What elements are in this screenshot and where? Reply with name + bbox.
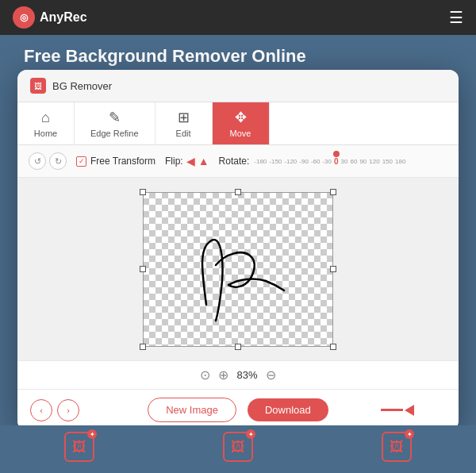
download-button[interactable]: Download <box>248 398 328 421</box>
undo-button[interactable]: ↺ <box>29 152 46 170</box>
tab-home-label: Home <box>34 129 57 138</box>
prev-button[interactable]: ‹ <box>30 399 52 421</box>
action-bar: ‹ › New Image Download <box>17 389 459 430</box>
bottom-icon-1: 🖼 ✦ <box>64 432 94 462</box>
handle-bottom-right[interactable] <box>330 344 336 350</box>
modal-header: 🖼 BG Remover <box>17 70 459 102</box>
controls-bar: ↺ ↻ Free Transform Flip: ◀ ▲ Rotate: -18… <box>17 145 459 178</box>
rotate-label: Rotate: <box>219 156 250 167</box>
undo-redo-group: ↺ ↻ <box>29 152 67 170</box>
image-canvas[interactable] <box>143 192 333 347</box>
icon-badge-2: ✦ <box>246 429 255 439</box>
bottom-icon-2: 🖼 ✦ <box>223 432 253 462</box>
rotate-section: Rotate: -180-150-120-90-60-30 0 30609012… <box>219 150 447 172</box>
zoom-bar: ⊙ ⊕ 83% ⊖ <box>17 360 459 389</box>
modal-header-icon: 🖼 <box>30 78 46 94</box>
handle-left-mid[interactable] <box>140 266 146 272</box>
logo-icon: ◎ <box>13 6 35 29</box>
signature-svg <box>159 210 317 329</box>
page-heading-area: Free Background Remover Online <box>0 35 476 75</box>
tab-edge-refine-label: Edge Refine <box>90 129 139 138</box>
bottom-icon-box-2: 🖼 ✦ <box>223 432 253 462</box>
arrow-shaft <box>381 409 403 411</box>
page-title: Free Background Remover Online <box>24 46 452 67</box>
download-arrow-indicator <box>381 405 414 416</box>
toolbar-tabs: ⌂ Home ✎ Edge Refine ⊞ Edit ✥ Move <box>17 102 459 145</box>
tab-move[interactable]: ✥ Move <box>213 102 270 144</box>
flip-horizontal-icon[interactable]: ◀ <box>186 155 195 167</box>
handle-bottom-mid[interactable] <box>235 344 241 350</box>
tab-edge-refine[interactable]: ✎ Edge Refine <box>75 102 155 144</box>
tab-home[interactable]: ⌂ Home <box>17 102 75 144</box>
arrow-head-icon <box>405 405 414 416</box>
tab-move-label: Move <box>230 129 251 138</box>
logo-text: AnyRec <box>40 10 87 25</box>
tab-edit-label: Edit <box>176 129 191 138</box>
free-transform-label: Free Transform <box>90 156 155 167</box>
reset-zoom-icon[interactable]: ⊙ <box>200 367 210 383</box>
handle-bottom-left[interactable] <box>140 344 146 350</box>
free-transform-checkbox[interactable] <box>76 156 86 167</box>
handle-top-left[interactable] <box>140 189 146 195</box>
tab-edit[interactable]: ⊞ Edit <box>155 102 213 144</box>
rotate-ruler-container[interactable]: -180-150-120-90-60-30 0 306090120150180 <box>254 150 447 172</box>
handle-top-mid[interactable] <box>235 189 241 195</box>
flip-section: Flip: ◀ ▲ <box>165 155 209 167</box>
hamburger-menu-icon[interactable]: ☰ <box>449 8 463 27</box>
zoom-out-icon[interactable]: ⊖ <box>266 367 276 383</box>
icon-badge-3: ✦ <box>405 429 414 439</box>
icon-badge-1: ✦ <box>87 429 97 439</box>
flip-label: Flip: <box>165 156 183 167</box>
new-image-button[interactable]: New Image <box>148 398 236 422</box>
canvas-area <box>17 178 459 360</box>
bg-remover-modal: 🖼 BG Remover ⌂ Home ✎ Edge Refine ⊞ Edit… <box>17 70 459 430</box>
handle-top-right[interactable] <box>330 189 336 195</box>
free-transform-control[interactable]: Free Transform <box>76 156 155 167</box>
zoom-value: 83% <box>236 369 257 381</box>
move-icon: ✥ <box>235 109 247 126</box>
top-navbar: ◎ AnyRec ☰ <box>0 0 476 35</box>
edge-refine-icon: ✎ <box>109 109 121 126</box>
home-icon: ⌂ <box>41 110 50 126</box>
nav-buttons: ‹ › <box>30 399 79 421</box>
next-button[interactable]: › <box>57 399 79 421</box>
signature-layer <box>143 192 333 347</box>
redo-button[interactable]: ↻ <box>49 152 67 170</box>
edit-icon: ⊞ <box>178 109 190 126</box>
zoom-in-icon[interactable]: ⊕ <box>218 367 228 383</box>
bottom-icon-box-1: 🖼 ✦ <box>64 432 94 462</box>
bottom-icon-box-3: 🖼 ✦ <box>382 432 412 462</box>
modal-title: BG Remover <box>52 80 112 92</box>
flip-vertical-icon[interactable]: ▲ <box>198 155 209 167</box>
bottom-icon-3: 🖼 ✦ <box>382 432 412 462</box>
logo-area: ◎ AnyRec <box>13 6 87 29</box>
bottom-feature-icons: 🖼 ✦ 🖼 ✦ 🖼 ✦ <box>0 425 476 473</box>
handle-right-mid[interactable] <box>330 266 336 272</box>
